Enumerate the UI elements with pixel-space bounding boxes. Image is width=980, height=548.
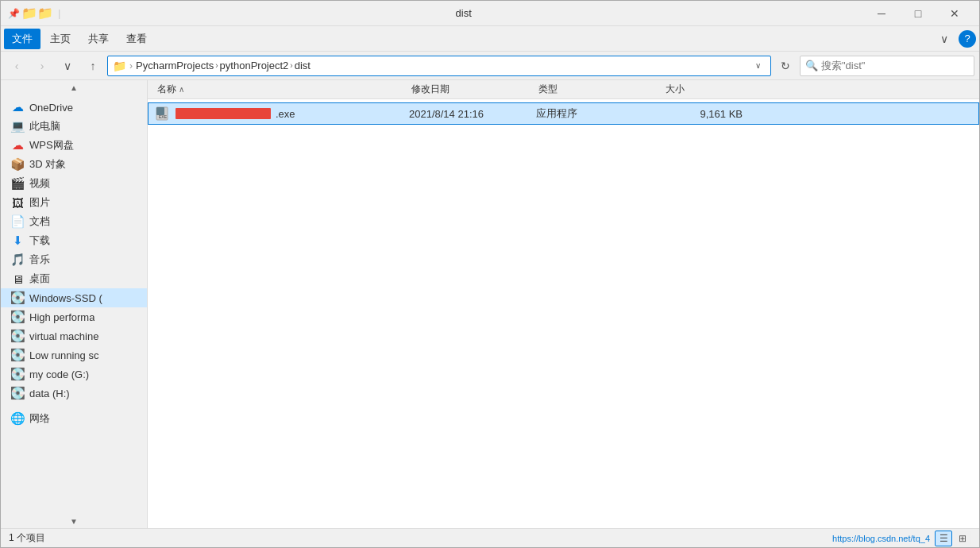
status-count: 1 个项目 [9, 531, 45, 545]
sidebar-label-desktop: 桌面 [29, 272, 50, 286]
sidebar-scroll-down[interactable]: ▼ [1, 514, 147, 528]
sidebar-label-music: 音乐 [29, 253, 50, 267]
list-view-button[interactable]: ☰ [935, 531, 952, 546]
sidebar-item-virtual-machine[interactable]: 💽 virtual machine [1, 326, 147, 345]
sidebar-item-low-running[interactable]: 💽 Low running sc [1, 345, 147, 365]
network-icon: 🌐 [10, 411, 25, 426]
col-header-type[interactable]: 类型 [535, 83, 662, 96]
help-button[interactable]: ? [959, 30, 976, 48]
col-name-label: 名称 [157, 83, 176, 96]
minimize-button[interactable]: ─ [863, 1, 900, 26]
search-input[interactable] [821, 60, 969, 71]
file-cell-size: 9,161 KB [663, 108, 743, 120]
close-button[interactable]: ✕ [936, 1, 973, 26]
status-url: https://blog.csdn.net/tq_4 [832, 534, 930, 543]
back-button[interactable]: ‹ [6, 56, 28, 76]
pin-icon: 📌 [7, 7, 20, 20]
expand-menu-button[interactable]: ∨ [933, 29, 955, 49]
folder-icon-2: 📁 [39, 7, 52, 20]
sidebar-label-downloads: 下载 [29, 233, 50, 248]
file-exe-icon: EXE [155, 106, 171, 122]
file-cell-type: 应用程序 [536, 106, 663, 121]
titlebar-app-icons: 📌 📁 📁 | [7, 7, 64, 20]
file-size-label: 9,161 KB [700, 108, 743, 120]
sidebar-item-high-perf[interactable]: 💽 High performa [1, 307, 147, 326]
sidebar-label-high-perf: High performa [29, 311, 95, 323]
window: 📌 📁 📁 | dist ─ □ ✕ 文件 主页 共享 查看 ∨ ? ‹ › ∨… [0, 0, 980, 548]
table-row[interactable]: EXE .exe 2021/8/14 21:16 应用程序 9,161 KB [148, 102, 979, 125]
high-perf-icon: 💽 [10, 310, 25, 324]
address-folder-icon: 📁 [113, 60, 126, 72]
sidebar-item-desktop[interactable]: 🖥 桌面 [1, 269, 147, 288]
sidebar-item-documents[interactable]: 📄 文档 [1, 212, 147, 231]
col-header-modified[interactable]: 修改日期 [408, 83, 535, 96]
sidebar-label-onedrive: OneDrive [29, 102, 73, 114]
folder-icon-1: 📁 [23, 7, 36, 20]
col-header-name[interactable]: 名称 ∧ [154, 83, 408, 96]
sidebar-item-my-code[interactable]: 💽 my code (G:) [1, 365, 147, 384]
svg-text:EXE: EXE [159, 114, 168, 119]
address-parts: PycharmProjects › pythonProject2 › dist [136, 60, 747, 71]
address-part-2[interactable]: pythonProject2 [220, 60, 289, 71]
sort-arrow-icon: ∧ [179, 85, 184, 94]
file-cell-date: 2021/8/14 21:16 [409, 108, 536, 120]
sidebar-item-downloads[interactable]: ⬇ 下载 [1, 231, 147, 250]
sidebar-item-music[interactable]: 🎵 音乐 [1, 250, 147, 269]
sidebar-item-data[interactable]: 💽 data (H:) [1, 384, 147, 403]
maximize-button[interactable]: □ [900, 1, 936, 26]
sidebar-label-3dobjects: 3D 对象 [29, 157, 66, 172]
file-name-suffix: .exe [276, 108, 295, 120]
address-sep-1: › [215, 61, 218, 70]
view-buttons: ☰ ⊞ [935, 531, 971, 546]
windows-ssd-icon: 💽 [10, 291, 25, 305]
file-type-label: 应用程序 [536, 106, 577, 121]
sidebar-scroll: ☁ OneDrive 💻 此电脑 ☁ WPS网盘 📦 3D 对象 🎬 [1, 95, 147, 514]
search-box[interactable]: 🔍 [800, 56, 974, 76]
3dobjects-icon: 📦 [10, 157, 25, 172]
grid-view-button[interactable]: ⊞ [954, 531, 971, 546]
window-controls: ─ □ ✕ [863, 1, 973, 26]
sidebar-item-network[interactable]: 🌐 网络 [1, 409, 147, 428]
sidebar-item-windows-ssd[interactable]: 💽 Windows-SSD ( [1, 288, 147, 307]
col-header-size[interactable]: 大小 [662, 83, 742, 96]
menu-file[interactable]: 文件 [4, 29, 41, 49]
sidebar-label-windows-ssd: Windows-SSD ( [29, 292, 102, 304]
addressbar: ‹ › ∨ ↑ 📁 › PycharmProjects › pythonProj… [1, 52, 979, 80]
sidebar-label-thispc: 此电脑 [29, 119, 60, 133]
statusbar: 1 个项目 https://blog.csdn.net/tq_4 ☰ ⊞ [1, 528, 979, 547]
my-code-icon: 💽 [10, 367, 25, 381]
data-icon: 💽 [10, 386, 25, 400]
address-part-3[interactable]: dist [295, 60, 311, 71]
sidebar-label-wpsdisk: WPS网盘 [29, 138, 74, 152]
forward-button[interactable]: › [31, 56, 53, 76]
menu-share[interactable]: 共享 [80, 29, 117, 49]
sidebar-item-onedrive[interactable]: ☁ OneDrive [1, 98, 147, 117]
address-part-1[interactable]: PycharmProjects [136, 60, 214, 71]
sidebar-item-videos[interactable]: 🎬 视频 [1, 174, 147, 193]
menu-home[interactable]: 主页 [42, 29, 79, 49]
menu-view[interactable]: 查看 [118, 29, 155, 49]
onedrive-icon: ☁ [10, 100, 25, 114]
sidebar: ▲ ☁ OneDrive 💻 此电脑 ☁ WPS网盘 📦 3D 对象 [1, 80, 148, 528]
col-size-label: 大小 [666, 83, 685, 96]
expand-nav-button[interactable]: ∨ [56, 56, 79, 76]
main-content: ▲ ☁ OneDrive 💻 此电脑 ☁ WPS网盘 📦 3D 对象 [1, 80, 979, 528]
sidebar-label-network: 网络 [29, 411, 50, 426]
address-box[interactable]: 📁 › PycharmProjects › pythonProject2 › d… [107, 56, 771, 76]
menubar: 文件 主页 共享 查看 ∨ ? [1, 26, 979, 52]
sidebar-label-virtual-machine: virtual machine [29, 330, 98, 342]
thispc-icon: 💻 [10, 119, 25, 133]
sidebar-scroll-up[interactable]: ▲ [1, 80, 147, 95]
desktop-icon: 🖥 [10, 272, 25, 286]
refresh-button[interactable]: ↻ [774, 56, 797, 76]
sidebar-label-videos: 视频 [29, 176, 50, 191]
sidebar-item-3dobjects[interactable]: 📦 3D 对象 [1, 155, 147, 174]
sidebar-item-wpsdisk[interactable]: ☁ WPS网盘 [1, 136, 147, 155]
address-dropdown-button[interactable]: ∨ [750, 56, 766, 75]
sidebar-item-thispc[interactable]: 💻 此电脑 [1, 117, 147, 136]
file-list: EXE .exe 2021/8/14 21:16 应用程序 9,161 KB [148, 99, 979, 528]
sidebar-item-pictures[interactable]: 🖼 图片 [1, 193, 147, 212]
up-button[interactable]: ↑ [82, 56, 104, 76]
file-name-redacted [176, 108, 271, 119]
sidebar-label-data: data (H:) [29, 388, 70, 399]
